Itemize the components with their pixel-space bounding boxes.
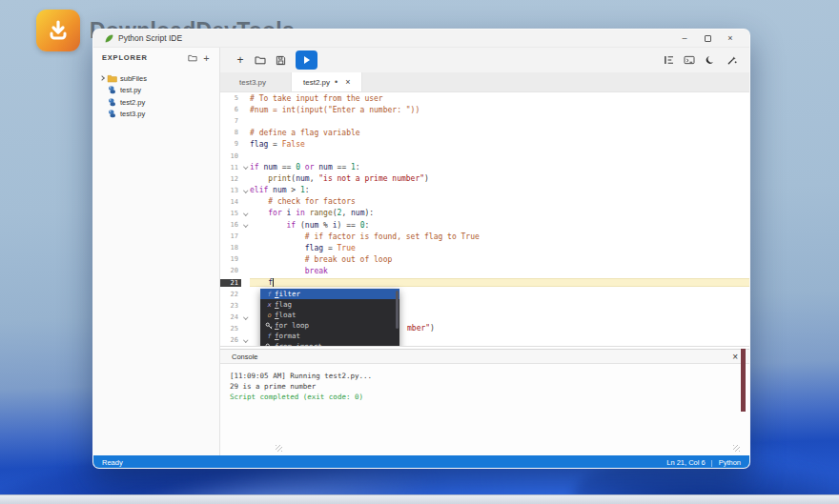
file-label: test.py <box>120 86 141 94</box>
maximize-button[interactable] <box>696 31 719 45</box>
line-number: 20 <box>220 267 241 274</box>
console-line: 29 is a prime number <box>230 382 749 393</box>
run-button[interactable] <box>296 50 317 70</box>
code-text[interactable]: flag = False <box>250 140 749 149</box>
editor-line-13: 13elif num > 1: <box>220 185 749 196</box>
token-plain <box>250 232 305 241</box>
close-button[interactable]: × <box>719 31 742 45</box>
titlebar[interactable]: Python Script IDE – × <box>93 30 749 47</box>
dark-mode-moon-icon[interactable] <box>702 51 719 69</box>
code-text[interactable]: # check for factors <box>250 197 749 206</box>
modified-dot-icon: • <box>335 77 338 87</box>
status-cursor-position[interactable]: Ln 21, Col 6 <box>666 458 705 467</box>
code-text[interactable]: if (num % i) == 0: <box>250 221 749 230</box>
line-number: 7 <box>220 117 241 125</box>
token-plain <box>250 255 305 264</box>
fold-chevron-icon[interactable] <box>241 166 250 169</box>
console-scrollbar[interactable] <box>741 349 746 412</box>
autocomplete-scrollbar[interactable] <box>396 291 399 329</box>
token-comment: # define a flag variable <box>250 129 360 137</box>
status-language[interactable]: Python <box>719 458 741 467</box>
fold-chevron-icon[interactable] <box>241 339 250 342</box>
minimize-button[interactable]: – <box>673 31 696 45</box>
editor-line-9: 9flag = False <box>220 138 749 150</box>
chevron-right-icon <box>98 76 105 80</box>
token-op: ) == <box>338 221 360 230</box>
fold-chevron-icon[interactable] <box>241 224 250 227</box>
code-text[interactable]: #num = int(input("Enter a number: ")) <box>250 106 749 114</box>
new-file-plus-icon[interactable]: + <box>199 51 214 64</box>
autocomplete-item-from-import[interactable]: from import <box>260 341 399 347</box>
token-var: num <box>351 209 364 217</box>
code-editor[interactable]: 5# To take input from the user6#num = in… <box>220 92 749 347</box>
code-text[interactable]: # define a flag variable <box>250 129 749 137</box>
code-text[interactable]: for i in range(2, num): <box>250 209 749 217</box>
token-kw: elif <box>250 186 268 194</box>
line-number: 22 <box>220 291 241 298</box>
file-tree: subFilestest.pytest2.pytest3.py <box>93 72 219 120</box>
save-icon[interactable] <box>272 51 289 69</box>
explorer-header: EXPLORER <box>102 53 185 62</box>
token-plain <box>250 278 268 287</box>
fold-chevron-icon[interactable] <box>241 316 250 319</box>
code-text[interactable]: print(num, "is not a prime number") <box>250 174 749 183</box>
code-text[interactable]: # break out of loop <box>250 255 749 264</box>
token-plain <box>250 197 268 206</box>
autocomplete-item-filter[interactable]: ffilter <box>260 289 399 299</box>
status-bar: Ready Ln 21, Col 6 | Python <box>93 455 749 469</box>
fold-chevron-icon[interactable] <box>241 190 250 192</box>
sidebar-item-test-py[interactable]: test.py <box>93 85 219 97</box>
autocomplete-item-float[interactable]: ofloat <box>260 310 399 320</box>
format-wand-icon[interactable] <box>723 51 740 69</box>
windows-taskbar[interactable] <box>0 494 839 504</box>
code-text[interactable]: # if factor is found, set flag to True <box>250 232 749 241</box>
line-numbers-icon[interactable] <box>660 51 677 69</box>
tab-test3-py[interactable]: test3.py <box>228 72 277 91</box>
console-close-icon[interactable]: × <box>732 352 738 362</box>
editor-line-8: 8# define a flag variable <box>220 127 749 138</box>
fold-chevron-icon[interactable] <box>241 212 250 215</box>
line-number: 10 <box>220 152 241 160</box>
python-file-icon <box>106 86 118 94</box>
sidebar-item-test2-py[interactable]: test2.py <box>93 96 219 109</box>
app-icon <box>105 34 113 43</box>
token-var: flag <box>305 244 323 252</box>
code-text[interactable]: f <box>250 278 749 287</box>
editor-line-15: 15 for i in range(2, num): <box>220 208 749 219</box>
code-text[interactable]: # To take input from the user <box>250 94 749 103</box>
autocomplete-item-for-loop[interactable]: for loop <box>260 320 399 331</box>
code-text[interactable]: if num == 0 or num == 1: <box>250 163 749 171</box>
tab-close-icon[interactable]: × <box>345 77 350 87</box>
resize-grip[interactable] <box>276 445 282 452</box>
file-label: test2.py <box>120 98 145 107</box>
code-text[interactable]: flag = True <box>250 244 749 252</box>
new-file-icon[interactable]: + <box>232 51 249 69</box>
token-bool: True <box>338 244 356 252</box>
snippet-icon <box>264 343 275 348</box>
tab-test2-py[interactable]: test2.py•× <box>291 72 362 91</box>
autocomplete-label: format <box>275 332 300 340</box>
editor-line-19: 19 # break out of loop <box>220 253 749 265</box>
code-text[interactable]: elif num > 1: <box>250 186 749 194</box>
sidebar-item-subFiles[interactable]: subFiles <box>93 72 219 85</box>
token-plain <box>250 267 305 275</box>
code-text[interactable]: break <box>250 267 749 275</box>
open-folder-icon[interactable] <box>252 51 269 69</box>
editor-line-7: 7 <box>220 115 749 127</box>
token-comment: #num = int(input("Enter a number: ")) <box>250 106 420 114</box>
snippet-icon <box>264 322 275 330</box>
python-file-icon <box>106 98 118 107</box>
token-bool: False <box>282 140 305 149</box>
editor-line-16: 16 if (num % i) == 0: <box>220 219 749 231</box>
line-number: 16 <box>220 221 241 229</box>
autocomplete-item-format[interactable]: fformat <box>260 331 399 341</box>
token-op: == <box>277 163 296 171</box>
new-folder-icon[interactable] <box>185 51 199 64</box>
token-var: num <box>318 163 332 171</box>
text-cursor <box>273 278 274 287</box>
autocomplete-item-flag[interactable]: xflag <box>260 299 399 310</box>
terminal-icon[interactable] <box>681 51 698 69</box>
autocomplete-label: flag <box>275 300 292 309</box>
resize-grip[interactable] <box>733 445 740 452</box>
sidebar-item-test3-py[interactable]: test3.py <box>93 109 219 121</box>
